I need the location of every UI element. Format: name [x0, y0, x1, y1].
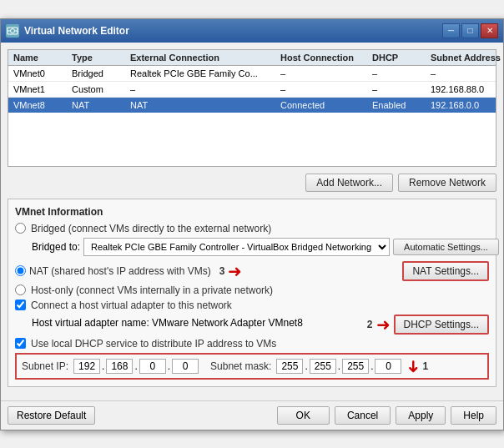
subnet-ip-4[interactable]	[172, 359, 199, 374]
cell-host: –	[279, 83, 370, 95]
table-body: VMnet0 Bridged Realtek PCIe GBE Family C…	[8, 66, 496, 166]
cell-external: –	[129, 83, 279, 95]
host-only-label: Host-only (connect VMs internally in a p…	[31, 284, 273, 296]
title-bar: Virtual Network Editor ─ □ ✕	[1, 19, 503, 43]
dot-5: .	[338, 360, 340, 372]
restore-default-button[interactable]: Restore Default	[8, 406, 95, 425]
connect-adapter-label: Connect a host virtual adapter to this n…	[31, 300, 232, 311]
host-only-radio-row: Host-only (connect VMs internally in a p…	[15, 284, 489, 296]
subnet-row: Subnet IP: . . . Subnet mask: . .	[15, 353, 489, 380]
bridged-to-select[interactable]: Realtek PCIe GBE Family Controller - Vir…	[83, 238, 390, 256]
dhcp-arrow-icon: ➜	[376, 316, 391, 333]
vmnet-info-section: VMnet Information Bridged (connect VMs d…	[8, 199, 496, 387]
bottom-bar: Restore Default OK Cancel Apply Help	[1, 400, 503, 430]
subnet-ip-1[interactable]	[73, 359, 100, 374]
title-bar-buttons: ─ □ ✕	[442, 23, 498, 38]
mask-1[interactable]	[276, 359, 303, 374]
cell-subnet: –	[429, 68, 504, 79]
subnet-ip-3[interactable]	[139, 359, 166, 374]
mask-2[interactable]	[310, 359, 336, 374]
cell-host: Connected	[279, 99, 370, 111]
mask-4[interactable]	[375, 359, 401, 374]
col-name: Name	[12, 52, 70, 63]
use-dhcp-checkbox[interactable]	[15, 338, 26, 349]
cell-name: VMnet1	[12, 83, 70, 95]
ok-button[interactable]: OK	[277, 406, 330, 425]
subnet-ip-field: . . .	[73, 359, 199, 374]
annotation-2: 2	[367, 319, 373, 330]
bridged-to-label: Bridged to:	[32, 241, 80, 253]
use-dhcp-row: Use local DHCP service to distribute IP …	[15, 338, 489, 350]
nat-label: NAT (shared host's IP address with VMs)	[29, 265, 211, 277]
annotation-1-wrapper: ➜ 1	[406, 358, 428, 375]
svg-point-1	[11, 28, 15, 33]
col-external: External Connection	[129, 52, 279, 63]
dot-4: .	[305, 360, 307, 372]
bridged-label: Bridged (connect VMs directly to the ext…	[31, 223, 271, 234]
table-header: Name Type External Connection Host Conne…	[8, 50, 496, 66]
minimize-button[interactable]: ─	[442, 23, 460, 38]
adapter-name-text: Host virtual adapter name: VMware Networ…	[32, 317, 303, 329]
network-table: Name Type External Connection Host Conne…	[8, 49, 496, 167]
adapter-name-dhcp-row: Host virtual adapter name: VMware Networ…	[15, 315, 489, 335]
nat-radio[interactable]	[15, 265, 26, 276]
bridged-radio-row: Bridged (connect VMs directly to the ext…	[15, 223, 489, 234]
table-row[interactable]: VMnet0 Bridged Realtek PCIe GBE Family C…	[8, 66, 496, 82]
subnet-mask-field: . . .	[276, 359, 401, 374]
bridged-to-row: Bridged to: Realtek PCIe GBE Family Cont…	[32, 238, 489, 256]
cell-dhcp: –	[370, 68, 429, 79]
cell-dhcp: –	[370, 83, 429, 95]
dot-3: .	[168, 360, 170, 372]
network-action-buttons: Add Network... Remove Network	[8, 174, 496, 192]
cell-host: –	[279, 68, 370, 79]
nat-settings-button[interactable]: NAT Settings...	[402, 261, 489, 281]
cell-type: Bridged	[70, 68, 129, 79]
add-network-button[interactable]: Add Network...	[305, 174, 393, 192]
host-only-radio[interactable]	[15, 284, 26, 295]
cell-name: VMnet0	[12, 68, 70, 79]
cancel-button[interactable]: Cancel	[335, 406, 391, 425]
dot-1: .	[102, 360, 104, 372]
maximize-button[interactable]: □	[461, 23, 479, 38]
subnet-mask-label: Subnet mask:	[210, 360, 271, 372]
vmnet-info-title: VMnet Information	[15, 206, 489, 218]
help-button[interactable]: Help	[451, 406, 496, 425]
virtual-network-editor-window: Virtual Network Editor ─ □ ✕ Name Type E…	[0, 18, 504, 430]
cell-type: Custom	[70, 83, 129, 95]
window-title: Virtual Network Editor	[24, 25, 442, 37]
annotation-1: 1	[422, 360, 428, 372]
subnet-ip-label: Subnet IP:	[22, 360, 68, 372]
cell-dhcp: Enabled	[370, 99, 429, 111]
cell-subnet: 192.168.0.0	[429, 99, 504, 111]
mask-3[interactable]	[342, 359, 369, 374]
col-type: Type	[70, 52, 129, 63]
table-row[interactable]: VMnet8 NAT NAT Connected Enabled 192.168…	[8, 98, 496, 113]
dhcp-settings-group: 2 ➜ DHCP Settings...	[367, 315, 489, 335]
subnet-arrow-icon: ➜	[406, 359, 422, 373]
cell-subnet: 192.168.88.0	[429, 83, 504, 95]
main-content: Name Type External Connection Host Conne…	[1, 43, 503, 400]
annotation-3: 3	[219, 265, 225, 277]
cell-external: Realtek PCIe GBE Family Co...	[129, 68, 279, 79]
col-host: Host Connection	[279, 52, 370, 63]
automatic-settings-button[interactable]: Automatic Settings...	[393, 239, 499, 255]
nat-radio-row: NAT (shared host's IP address with VMs) …	[15, 261, 489, 281]
remove-network-button[interactable]: Remove Network	[398, 174, 496, 192]
col-subnet: Subnet Address	[429, 52, 504, 63]
connect-adapter-row: Connect a host virtual adapter to this n…	[15, 300, 489, 311]
nat-left: NAT (shared host's IP address with VMs) …	[15, 263, 242, 279]
dhcp-settings-button[interactable]: DHCP Settings...	[394, 315, 489, 335]
apply-button[interactable]: Apply	[396, 406, 446, 425]
subnet-ip-2[interactable]	[106, 359, 133, 374]
cell-type: NAT	[70, 99, 129, 111]
dot-2: .	[134, 360, 137, 372]
adapter-name: Host virtual adapter name: VMware Networ…	[32, 317, 303, 329]
close-button[interactable]: ✕	[481, 23, 498, 38]
cell-name: VMnet8	[12, 99, 70, 111]
connect-adapter-checkbox[interactable]	[15, 300, 26, 310]
dot-6: .	[370, 360, 373, 372]
bottom-right-buttons: OK Cancel Apply Help	[277, 406, 496, 425]
use-dhcp-label: Use local DHCP service to distribute IP …	[31, 338, 276, 350]
table-row[interactable]: VMnet1 Custom – – – 192.168.88.0	[8, 82, 496, 98]
bridged-radio[interactable]	[15, 223, 26, 234]
